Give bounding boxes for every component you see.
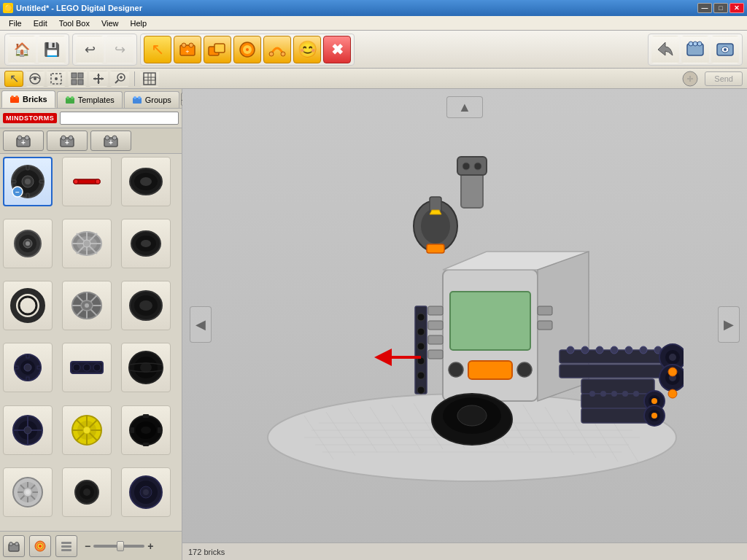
- menu-view[interactable]: View: [96, 18, 125, 29]
- brick-view-button[interactable]: [3, 535, 25, 557]
- svg-rect-57: [12, 180, 16, 183]
- rotate-up-button[interactable]: ▲: [446, 96, 483, 118]
- svg-rect-96: [26, 354, 29, 358]
- brick-item-18[interactable]: [121, 467, 171, 517]
- svg-point-192: [640, 346, 647, 354]
- menu-toolbox[interactable]: Tool Box: [53, 18, 96, 29]
- paint-button[interactable]: [233, 36, 261, 63]
- brick-item-15[interactable]: [121, 405, 171, 455]
- zoom-button[interactable]: [110, 71, 129, 87]
- brick-item-14[interactable]: [62, 405, 112, 455]
- zoom-in-button[interactable]: +: [147, 540, 153, 552]
- brick-item-7[interactable]: [3, 281, 53, 330]
- menu-help[interactable]: Help: [125, 18, 153, 29]
- svg-point-227: [651, 413, 657, 419]
- svg-point-103: [93, 364, 101, 371]
- orbit-button[interactable]: [26, 71, 44, 87]
- grid-button[interactable]: [140, 71, 159, 87]
- window-title: Untitled* - LEGO Digital Designer: [16, 4, 142, 12]
- brick-item-13[interactable]: [3, 405, 53, 455]
- delete-button[interactable]: ✖: [323, 36, 351, 63]
- brick-item-16[interactable]: [3, 467, 53, 517]
- send-button[interactable]: Send: [705, 71, 743, 86]
- brick-item-10[interactable]: [3, 343, 53, 392]
- svg-text:+: +: [185, 48, 189, 55]
- brick-item-12[interactable]: [121, 343, 171, 392]
- brick-item-8[interactable]: [62, 281, 112, 330]
- redo-button[interactable]: ↪: [106, 36, 133, 63]
- select-tool-button[interactable]: ↖: [144, 36, 171, 63]
- svg-point-196: [669, 354, 676, 361]
- robot-model: [246, 131, 684, 496]
- home-button[interactable]: 🏠: [8, 36, 36, 63]
- svg-rect-180: [538, 306, 552, 315]
- minimize-button[interactable]: —: [697, 3, 712, 13]
- view-mode-button[interactable]: [711, 36, 739, 63]
- add-category-button-2[interactable]: +: [47, 131, 88, 151]
- move-view-button[interactable]: [89, 71, 108, 87]
- 3d-viewport[interactable]: ▲ ◀ ▶: [182, 89, 747, 560]
- add-category-button-3[interactable]: +: [90, 131, 131, 151]
- brick-item-17[interactable]: [62, 467, 112, 517]
- brick-item-3[interactable]: [121, 157, 171, 206]
- save-button[interactable]: 💾: [38, 36, 66, 63]
- svg-rect-99: [37, 366, 41, 369]
- connect-button[interactable]: [68, 71, 87, 87]
- svg-rect-186: [560, 365, 669, 378]
- svg-rect-149: [61, 549, 71, 551]
- svg-text:+: +: [65, 139, 69, 147]
- svg-rect-98: [15, 366, 18, 369]
- maximize-button[interactable]: □: [713, 3, 728, 13]
- svg-rect-28: [144, 73, 155, 85]
- menu-file[interactable]: File: [3, 18, 28, 29]
- brick-count: 172 bricks: [188, 548, 225, 556]
- window-controls: — □ ✕: [697, 3, 744, 13]
- brick-item-9[interactable]: [121, 281, 171, 330]
- hinge-button[interactable]: [263, 36, 291, 63]
- svg-point-70: [26, 241, 30, 246]
- select2-button[interactable]: ↖: [4, 71, 23, 87]
- face-button[interactable]: 😊: [293, 36, 321, 63]
- svg-point-188: [581, 346, 589, 354]
- share-button[interactable]: [651, 36, 679, 63]
- tab-groups[interactable]: Groups: [124, 91, 179, 108]
- tab-templates[interactable]: Templates: [57, 91, 123, 108]
- brick-item-5[interactable]: [62, 219, 112, 268]
- build-mode-button[interactable]: [681, 36, 709, 63]
- rotate-right-button[interactable]: ▶: [718, 306, 740, 343]
- search-input[interactable]: [60, 112, 179, 125]
- palette-button[interactable]: [29, 535, 51, 557]
- tab-bricks[interactable]: Bricks: [1, 90, 55, 108]
- zoom-out-button[interactable]: −: [85, 540, 90, 552]
- list-view-button[interactable]: [55, 535, 77, 557]
- svg-rect-62: [74, 179, 78, 184]
- svg-rect-25: [78, 79, 83, 85]
- undo-button[interactable]: ↩: [76, 36, 104, 63]
- svg-rect-120: [131, 427, 134, 433]
- secondary-toolbar: ↖ Send: [0, 69, 747, 89]
- svg-rect-27: [144, 77, 155, 80]
- select-box-button[interactable]: [47, 71, 66, 87]
- svg-point-81: [13, 291, 42, 320]
- add-category-button-1[interactable]: +: [3, 131, 44, 151]
- groups-tab-icon: [132, 95, 142, 105]
- svg-rect-209: [427, 244, 444, 253]
- brick-item-2[interactable]: [62, 157, 112, 206]
- svg-point-35: [71, 96, 74, 99]
- svg-point-9: [269, 52, 274, 56]
- brick-item-1[interactable]: −: [3, 157, 53, 206]
- zoom-slider[interactable]: [93, 545, 144, 548]
- add-brick-button[interactable]: +: [174, 36, 201, 63]
- svg-point-102: [83, 364, 90, 371]
- zoom-thumb[interactable]: [117, 541, 124, 551]
- brick-item-6[interactable]: [121, 219, 171, 268]
- close-button[interactable]: ✕: [729, 3, 744, 13]
- brick-item-11[interactable]: [62, 343, 112, 392]
- menu-edit[interactable]: Edit: [28, 18, 53, 29]
- tools-group: ↖ + 😊 ✖: [140, 34, 355, 66]
- bricks-grid: −: [0, 154, 182, 531]
- rotate-left-button[interactable]: ◀: [190, 306, 212, 343]
- brick-item-4[interactable]: [3, 219, 53, 268]
- svg-rect-5: [214, 44, 225, 52]
- clone-button[interactable]: [204, 36, 231, 63]
